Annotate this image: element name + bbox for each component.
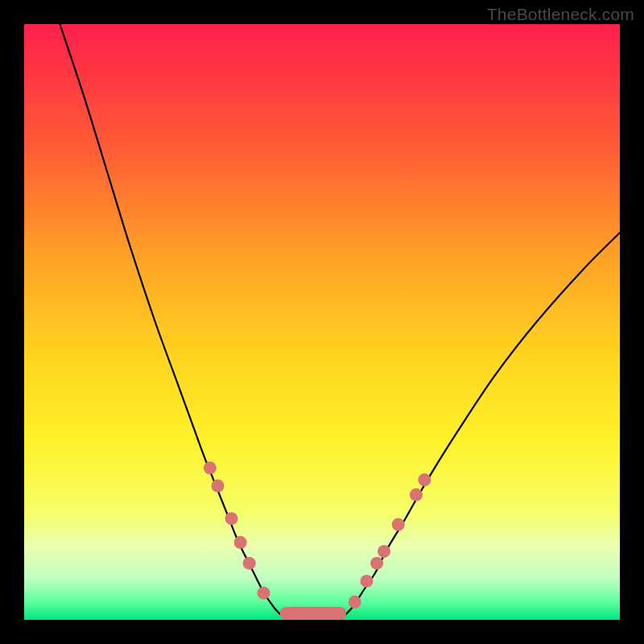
chart-frame: TheBottleneck.com [0,0,644,644]
data-marker [378,545,390,558]
curves-layer [24,24,620,620]
data-marker [212,480,225,493]
data-marker [258,587,270,600]
left-markers [204,461,270,599]
left-curve [60,24,286,620]
data-marker [418,473,431,486]
data-marker [349,596,361,609]
data-marker [410,489,423,502]
data-marker [225,512,238,525]
watermark-label: TheBottleneck.com [487,5,634,24]
data-marker [234,536,247,549]
data-marker [243,557,256,570]
data-marker [392,518,405,531]
data-marker [204,461,217,474]
plot-area [24,24,620,620]
data-marker [361,575,374,588]
data-marker [370,557,383,570]
right-markers [349,473,431,609]
